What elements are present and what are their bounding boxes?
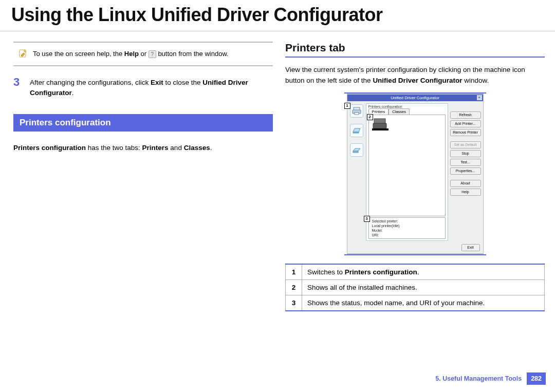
cell-desc-3: Shows the status, model name, and URI of… — [302, 295, 545, 311]
r1b: Printers configuration — [345, 268, 417, 276]
table-row: 2 Shows all of the installed machines. — [286, 279, 545, 295]
footer-page-number: 282 — [527, 372, 546, 385]
svg-rect-5 — [353, 151, 358, 153]
cell-num-1: 1 — [286, 264, 302, 280]
step-3: 3 After changing the configurations, cli… — [13, 76, 273, 99]
note-suffix: button from the window. — [156, 50, 229, 58]
svg-rect-4 — [353, 132, 359, 133]
remove-printer-button[interactable]: Remove Printer — [450, 129, 481, 136]
callout-2: 2 — [367, 114, 373, 120]
svg-rect-3 — [355, 113, 359, 115]
step-text: After changing the configurations, click… — [30, 76, 273, 99]
config-bold-1: Printers configuration — [13, 144, 86, 152]
step-number: 3 — [13, 76, 23, 99]
step-suffix: . — [72, 89, 74, 97]
printers-tab-heading: Printers tab — [285, 42, 545, 58]
config-suffix: . — [210, 144, 212, 152]
note-bold-help: Help — [124, 50, 139, 58]
test-button[interactable]: Test... — [450, 159, 481, 166]
refresh-button[interactable]: Refresh — [450, 111, 481, 119]
note-mid: or — [139, 50, 149, 58]
config-bold-3: Classes — [184, 144, 210, 152]
info-line1: Local printer(idle) — [372, 223, 442, 228]
side-scanner-button[interactable] — [350, 124, 363, 137]
config-bold-2: Printers — [142, 144, 169, 152]
side-port-button[interactable] — [350, 143, 363, 157]
page-title: Using the Linux Unified Driver Configura… — [0, 0, 555, 31]
info-line3: URI: — [372, 233, 442, 237]
selected-printer-info: 3 Selected printer: Local printer(idle) … — [368, 217, 446, 239]
window-titlebar: Unified Driver Configurator × — [347, 95, 483, 101]
screenshot: Unified Driver Configurator × 1 — [347, 94, 484, 254]
info-head: Selected printer: — [372, 219, 442, 223]
svg-rect-8 — [372, 128, 388, 130]
step-bold-exit: Exit — [151, 79, 163, 86]
side-panel: 1 — [347, 101, 366, 243]
add-printer-button[interactable]: Add Printer... — [450, 120, 481, 127]
cell-num-3: 3 — [286, 295, 302, 311]
table-row: 3 Shows the status, model name, and URI … — [286, 295, 545, 311]
callout-table: 1 Switches to Printers configuration. 2 … — [285, 264, 545, 311]
note-text: To use the on screen help, the Help or ?… — [33, 49, 229, 59]
canvas-heading: Printers configuration — [366, 104, 448, 108]
callout-3: 3 — [364, 216, 370, 222]
about-button[interactable]: About — [450, 180, 481, 187]
config-line: Printers configuration has the two tabs:… — [13, 143, 273, 154]
close-icon[interactable]: × — [477, 95, 482, 100]
footer: 5. Useful Management Tools 282 — [435, 372, 546, 385]
svg-rect-7 — [373, 123, 386, 128]
tab-classes[interactable]: Classes — [388, 108, 410, 115]
exit-button[interactable]: Exit — [461, 244, 480, 251]
callout-1: 1 — [344, 103, 350, 109]
footer-chapter: 5. Useful Management Tools — [435, 375, 522, 382]
table-row: 1 Switches to Printers configuration. — [286, 264, 545, 280]
note-box: To use the on screen help, the Help or ?… — [13, 42, 273, 66]
cell-num-2: 2 — [286, 279, 302, 295]
para-bold: Unified Driver Configurator — [373, 77, 462, 84]
button-column: Refresh Add Printer... Remove Printer Se… — [450, 103, 481, 241]
step-prefix: After changing the configurations, click — [30, 79, 151, 86]
section-bar: Printers configuration — [13, 114, 273, 132]
set-default-button[interactable]: Set as Default — [450, 141, 481, 148]
side-printer-button[interactable]: 1 — [350, 104, 363, 118]
para-suffix: window. — [462, 77, 489, 84]
note-icon — [18, 49, 28, 58]
printer-item[interactable] — [371, 117, 390, 132]
config-mid: has the two tabs: — [86, 144, 142, 152]
window-title: Unified Driver Configurator — [391, 96, 439, 100]
help-button[interactable]: Help — [450, 189, 481, 196]
cell-desc-2: Shows all of the installed machines. — [302, 279, 545, 295]
r1c: . — [417, 268, 419, 276]
config-and: and — [169, 144, 184, 152]
info-line2: Model: — [372, 228, 442, 233]
properties-button[interactable]: Properties... — [450, 167, 481, 175]
r1a: Switches to — [307, 268, 345, 276]
help-icon: ? — [149, 50, 156, 58]
note-prefix: To use the on screen help, the — [33, 50, 124, 58]
stop-button[interactable]: Stop — [450, 150, 481, 157]
printers-tab-para: View the current system's printer config… — [285, 65, 545, 86]
step-mid: to close the — [163, 79, 203, 86]
printer-list[interactable]: 2 — [368, 115, 446, 216]
cell-desc-1: Switches to Printers configuration. — [302, 264, 545, 280]
